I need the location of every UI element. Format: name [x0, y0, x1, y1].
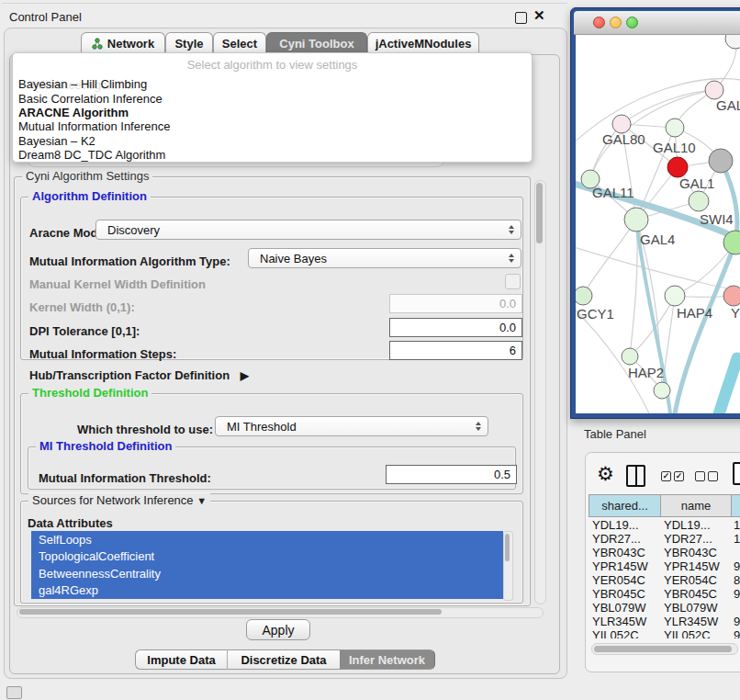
table-hscrollbar-thumb[interactable]	[594, 646, 732, 652]
kernel-width-label: Kernel Width (0,1):	[29, 300, 135, 314]
cell-value: 8.	[734, 573, 740, 587]
mi-threshold-field[interactable]: 0.5	[386, 465, 517, 484]
kernel-width-field[interactable]: 0.0	[389, 294, 522, 313]
apply-button-label: Apply	[262, 623, 294, 638]
column-header-name-label: name	[681, 499, 712, 513]
list-item-selected[interactable]: BetweennessCentrality	[31, 565, 503, 582]
mi-type-select[interactable]: Naive Bayes	[248, 248, 521, 268]
node-bottom-partial[interactable]	[654, 382, 670, 399]
list-scrollbar-thumb[interactable]	[505, 534, 510, 561]
cell-shared: YPR145W	[592, 559, 648, 573]
deselect-all-checkbox-icon[interactable]	[695, 471, 705, 481]
gear-icon[interactable]: ⚙	[597, 463, 614, 485]
stepper-icon	[476, 422, 481, 431]
node-gcy1[interactable]	[576, 287, 592, 305]
sources-group-title[interactable]: Sources for Network Inference ▼	[28, 493, 210, 507]
tab-cyni-toolbox[interactable]: Cyni Toolbox	[266, 32, 367, 54]
apply-button[interactable]: Apply	[246, 619, 310, 640]
split-columns-icon[interactable]	[626, 465, 645, 487]
node-gal1[interactable]	[689, 191, 709, 211]
close-icon[interactable]: ✕	[533, 7, 545, 24]
table-hscrollbar[interactable]	[591, 643, 738, 655]
node-red[interactable]	[667, 157, 688, 177]
mi-type-label: Mutual Information Algorithm Type:	[29, 254, 230, 268]
node-top-partial[interactable]	[725, 35, 740, 49]
which-threshold-select[interactable]: MI Threshold	[215, 416, 488, 436]
dpi-tolerance-field[interactable]: 0.0	[389, 318, 522, 337]
node-gal80[interactable]	[612, 115, 631, 133]
algorithm-option[interactable]: Mutual Information Inference	[13, 119, 532, 133]
algorithm-option[interactable]: Basic Correlation Inference	[13, 91, 532, 105]
cell-name: YLR345W	[664, 615, 718, 628]
tab-network[interactable]: Network	[81, 32, 165, 54]
minimize-traffic-icon[interactable]	[610, 17, 622, 28]
cell-name: YBL079W	[664, 601, 718, 615]
manual-kernel-label: Manual Kernel Width Definition	[29, 277, 206, 291]
stepper-icon	[509, 254, 514, 263]
mi-steps-label: Mutual Information Steps:	[29, 347, 176, 361]
tab-impute-data[interactable]: Impute Data	[135, 649, 227, 670]
float-panel-icon[interactable]	[515, 12, 527, 24]
close-traffic-icon[interactable]	[593, 17, 605, 28]
algorithm-option[interactable]: Bayesian – Hill Climbing	[13, 77, 532, 91]
top-divider	[2, 3, 567, 4]
which-threshold-label: Which threshold to use:	[77, 423, 213, 436]
settings-scrollbar[interactable]	[534, 180, 546, 604]
node-hap4[interactable]	[665, 286, 685, 306]
mi-type-value: Naive Bayes	[260, 252, 327, 265]
node-label: GAL4	[640, 231, 675, 247]
threshold-group-title: Threshold Definition	[28, 386, 151, 400]
list-item-selected[interactable]: SelfLoops	[31, 531, 503, 548]
algorithm-option[interactable]: Dream8 DC_TDC Algorithm	[13, 148, 532, 162]
node-hap2[interactable]	[622, 348, 638, 365]
node-gal10[interactable]	[666, 119, 684, 137]
aracne-mode-select[interactable]: Discovery	[95, 220, 521, 240]
new-table-icon[interactable]	[733, 462, 740, 485]
column-header-name[interactable]: name	[660, 494, 732, 517]
tab-select[interactable]: Select	[213, 32, 266, 54]
list-item-selected[interactable]: gal4RGexp	[31, 582, 503, 600]
node-label: GAL10	[653, 140, 696, 155]
settings-hscrollbar[interactable]	[17, 607, 544, 618]
aracne-mode-value: Discovery	[107, 223, 160, 237]
select-all-checkbox-icon[interactable]: ✓	[674, 471, 684, 481]
select-all-checkbox-icon[interactable]: ✓	[661, 471, 671, 481]
settings-group-title: Cyni Algorithm Settings	[22, 169, 152, 183]
table-body[interactable]: YDL19...YDL19...13 YDR27...YDR27...12 YB…	[589, 517, 740, 638]
hub-definition-expander[interactable]: Hub/Transcription Factor Definition ▶	[29, 368, 249, 382]
dropdown-placeholder: Select algorithm to view settings	[13, 58, 532, 72]
node-gal-partial[interactable]	[705, 81, 723, 99]
tab-cyni-toolbox-label: Cyni Toolbox	[279, 37, 353, 51]
node-gray[interactable]	[709, 149, 733, 173]
screen: Control Panel ✕ Network Style Select Cyn…	[0, 0, 740, 700]
tab-style-label: Style	[174, 37, 203, 51]
mi-steps-field[interactable]: 6	[389, 341, 522, 360]
algorithm-option-selected[interactable]: ARACNE Algorithm	[13, 106, 532, 119]
column-header-partial[interactable]	[731, 494, 740, 517]
column-header-shared[interactable]: shared...	[589, 494, 661, 517]
algorithm-option[interactable]: Bayesian – K2	[13, 134, 532, 148]
zoom-traffic-icon[interactable]	[626, 17, 638, 28]
tab-infer-network[interactable]: Infer Network	[340, 649, 435, 670]
tab-style[interactable]: Style	[165, 32, 213, 54]
node-label: GAL11	[592, 185, 634, 200]
cell-shared: YBR045C	[592, 587, 645, 601]
tab-discretize-data[interactable]: Discretize Data	[228, 649, 340, 670]
list-scrollbar[interactable]	[503, 531, 513, 601]
node-gal4[interactable]	[624, 208, 648, 231]
cell-shared: YDL19...	[592, 518, 639, 532]
split-columns-icon-bar	[635, 467, 637, 485]
settings-scrollbar-thumb[interactable]	[536, 183, 543, 243]
settings-hscrollbar-thumb[interactable]	[19, 609, 442, 615]
tab-jactivemnodules[interactable]: jActiveMNodules	[367, 32, 479, 54]
list-item-selected[interactable]: TopologicalCoefficient	[31, 548, 503, 566]
panel-title: Control Panel	[9, 10, 82, 24]
manual-kernel-checkbox[interactable]	[505, 274, 521, 289]
node-salmon[interactable]	[723, 286, 740, 306]
algorithm-definition-title: Algorithm Definition	[28, 189, 151, 203]
collapsed-panel-icon[interactable]	[6, 686, 22, 699]
network-window-titlebar[interactable]	[574, 11, 740, 35]
data-attributes-label: Data Attributes	[28, 516, 113, 530]
deselect-all-checkbox-icon[interactable]	[708, 471, 718, 481]
cell-value: 9.	[734, 615, 740, 628]
